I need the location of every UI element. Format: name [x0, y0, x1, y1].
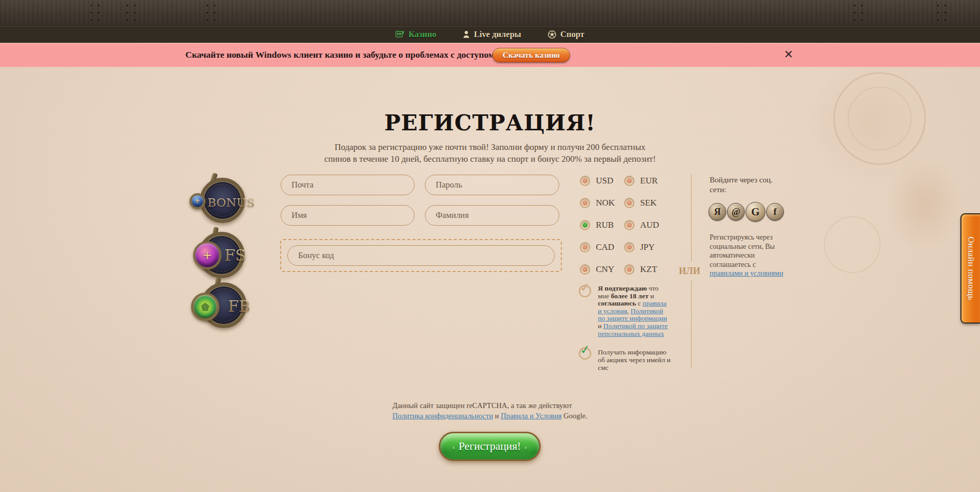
radio-usd[interactable]: [580, 176, 590, 186]
radio-kzt[interactable]: [624, 264, 634, 275]
currency-label: CAD: [596, 242, 618, 252]
marketing-consent-text: Получать информацию об акциях через имей…: [598, 348, 675, 371]
terms-and-conditions-link[interactable]: правилами и условиями: [710, 269, 783, 277]
currency-label: RUB: [596, 220, 618, 230]
close-icon[interactable]: ✕: [784, 47, 793, 62]
google-icon[interactable]: G: [746, 202, 765, 222]
social-box-note: Регистрируясь через социальные сети, Вы …: [710, 233, 786, 278]
check-icon: ✓: [579, 343, 591, 357]
page-subtitle: Подарок за регистрацию уже почти твой! З…: [0, 141, 980, 165]
rivet-decoration: [214, 5, 215, 6]
badge-label: FB: [228, 297, 250, 315]
paper-stain: [886, 155, 963, 252]
main-nav: Казино Live дилеры Спорт: [0, 26, 980, 43]
age-consent-checkbox[interactable]: ✓: [579, 285, 591, 297]
rivet-decoration: [127, 5, 128, 6]
download-casino-button[interactable]: Скачать казино: [492, 48, 570, 62]
soccer-ball-icon: [548, 30, 556, 39]
badge-label: FS: [225, 246, 246, 264]
rivet-decoration: [134, 5, 135, 6]
yandex-icon[interactable]: Я: [709, 203, 726, 220]
nav-tab-label: Live дилеры: [474, 29, 521, 40]
arrow-left-icon: ‹: [453, 444, 455, 451]
page-title: РЕГИСТРАЦИЯ!: [0, 110, 980, 135]
live-dealer-icon: [463, 30, 470, 38]
privacy-policy-link[interactable]: Политика конфиденциальности: [392, 412, 493, 420]
google-terms-link[interactable]: Правила и Условия: [501, 412, 561, 420]
bonus-orb-icon: +: [190, 193, 205, 209]
personal-data-policy-link[interactable]: Политикой по защите персональных данных: [598, 322, 667, 337]
register-submit-button[interactable]: ‹Регистрация!›: [439, 432, 541, 461]
nav-tab-casino[interactable]: Казино: [396, 29, 436, 40]
download-banner: Скачайте новый Windows клиент казино и з…: [0, 43, 980, 67]
nav-tab-sport[interactable]: Спорт: [548, 29, 584, 40]
email-field[interactable]: [281, 175, 415, 195]
recaptcha-text: и: [493, 412, 501, 420]
rivet-decoration: [854, 5, 855, 6]
paper-stain-ring: [824, 216, 881, 273]
facebook-icon[interactable]: f: [766, 203, 784, 220]
radio-cny[interactable]: [580, 264, 590, 275]
consent-text: и: [598, 322, 604, 330]
social-note-text: Регистрируясь через социальные сети, Вы …: [710, 233, 775, 268]
currency-label: KZT: [640, 264, 663, 275]
currency-row: RUB AUD: [580, 220, 663, 230]
currency-row: USD EUR: [580, 176, 663, 186]
badge-label: BONUS: [208, 196, 254, 209]
freebet-ball-icon: [191, 293, 219, 321]
nav-tab-label: Спорт: [560, 29, 584, 40]
rivet-decoration: [207, 5, 208, 6]
bonus-code-field[interactable]: [287, 245, 555, 266]
radio-jpy[interactable]: [624, 242, 634, 252]
consent-bold: соглашаюсь: [598, 299, 636, 307]
online-help-label: Онлайн помощь: [966, 236, 976, 300]
rivet-decoration: [944, 5, 946, 6]
currency-label: EUR: [640, 176, 663, 186]
currency-label: JPY: [640, 242, 663, 252]
password-field[interactable]: [425, 175, 559, 195]
consent-text: с: [636, 299, 643, 307]
recaptcha-text: Данный сайт защищен reCAPTCHA, а так же …: [392, 401, 572, 410]
subtitle-line-2: спинов в течение 10 дней, бесплатную ста…: [0, 153, 980, 165]
currency-label: AUD: [640, 220, 663, 230]
currency-selector: USD EUR NOK SEK RUB AUD CAD JPY CNY KZT: [580, 176, 663, 286]
submit-label: Регистрация!: [458, 440, 521, 452]
age-consent-text: Я подтверждаю что мне более 18 лет и сог…: [598, 285, 669, 337]
currency-label: CNY: [596, 264, 618, 275]
or-separator: ИЛИ: [678, 266, 701, 277]
arrow-right-icon: ›: [525, 444, 527, 451]
online-help-tab[interactable]: Онлайн помощь: [960, 213, 980, 324]
currency-row: NOK SEK: [580, 198, 663, 208]
first-name-field[interactable]: [281, 205, 415, 226]
nav-tab-live-dealers[interactable]: Live дилеры: [463, 29, 521, 40]
top-bar: [0, 0, 980, 26]
rivet-decoration: [937, 5, 939, 6]
nav-tab-label: Казино: [408, 29, 436, 40]
rivet-decoration: [861, 5, 863, 6]
subtitle-line-1: Подарок за регистрацию уже почти твой! З…: [0, 141, 980, 153]
vertical-divider: [691, 174, 692, 261]
radio-sek[interactable]: [624, 198, 634, 208]
last-name-field[interactable]: [425, 205, 559, 226]
freespins-orb-icon: +: [193, 241, 221, 269]
currency-row: CAD JPY: [580, 242, 663, 252]
consent-bold: более 18 лет: [611, 292, 648, 300]
social-box-icons: Я @ G f: [709, 202, 784, 222]
recaptcha-note: Данный сайт защищен reCAPTCHA, а так же …: [392, 401, 591, 421]
radio-aud[interactable]: [624, 220, 634, 230]
banner-message: Скачайте новый Windows клиент казино и з…: [185, 49, 494, 60]
mailru-icon[interactable]: @: [727, 203, 745, 220]
marketing-checkbox[interactable]: ✓: [579, 347, 591, 360]
currency-label: USD: [596, 176, 618, 186]
consent-text: и: [648, 292, 654, 300]
social-box-title: Войдите через соц. сети:: [710, 175, 774, 195]
radio-rub[interactable]: [580, 220, 590, 230]
vertical-divider: [691, 281, 692, 368]
radio-cad[interactable]: [580, 242, 590, 252]
radio-eur[interactable]: [624, 176, 634, 186]
registration-page: JOYCASINO Вход Регистрация! Войдите чере…: [0, 0, 980, 492]
slots-icon: [396, 30, 404, 38]
currency-label: SEK: [640, 198, 663, 208]
badge-medallion: BONUS: [200, 178, 245, 223]
radio-nok[interactable]: [580, 198, 590, 208]
